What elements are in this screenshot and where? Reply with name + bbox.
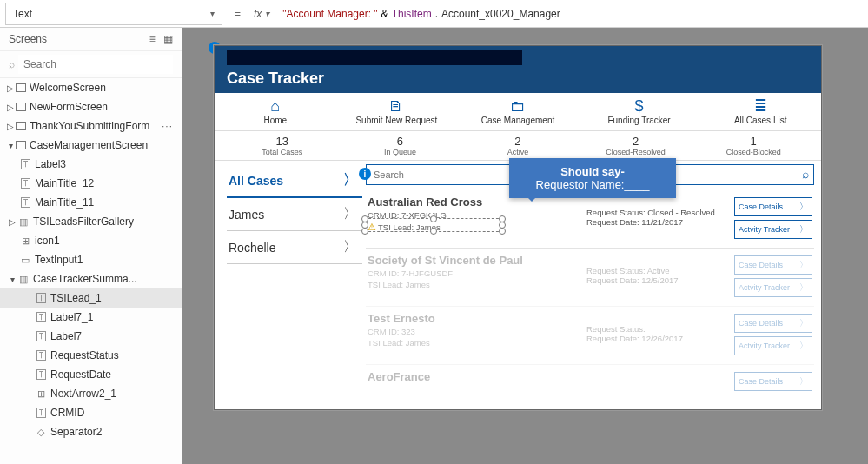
tree-item-maintitle12[interactable]: 🅃MainTitle_12 <box>0 174 182 193</box>
tree-item-nextarrow[interactable]: ⊞NextArrow2_1 <box>0 384 182 403</box>
tree-label: WelcomeScreen <box>30 82 106 94</box>
tree-item-maintitle11[interactable]: 🅃MainTitle_11 <box>0 193 182 212</box>
activity-tracker-button[interactable]: Actvity Tracker〉 <box>734 278 812 297</box>
tree-item-label3[interactable]: 🅃Label3 <box>0 155 182 174</box>
activity-tracker-button[interactable]: Actvity Tracker〉 <box>734 336 812 355</box>
formula-bar[interactable]: "Account Manager: " & ThisItem.Account_x… <box>275 3 868 25</box>
stat-number: 13 <box>223 135 341 148</box>
btn-label: Case Details <box>739 319 783 328</box>
tree-list[interactable]: ▷WelcomeScreen ▷NewFormScreen ▷ThankYouS… <box>0 78 182 464</box>
case-status: Request Status: Active <box>586 266 734 275</box>
case-details-button[interactable]: Case Details〉 <box>734 255 812 275</box>
tree-label: Label7 <box>50 330 82 342</box>
tree-label: Separator2 <box>50 426 102 438</box>
tree-label: TextInput1 <box>35 254 83 266</box>
tree-item-casemgmt[interactable]: ▾CaseManagementScreen <box>0 136 182 155</box>
stat-total[interactable]: 13Total Cases <box>223 135 341 156</box>
tree-item-tsileadsfilter[interactable]: ▷▥TSILeadsFilterGallery <box>0 212 182 231</box>
new-file-icon: 🗎 <box>336 98 458 114</box>
tree-item-crmid[interactable]: 🅃CRMID <box>0 403 182 422</box>
fx-text: fx <box>254 8 262 20</box>
btn-label: Actvity Tracker <box>739 225 790 234</box>
filter-rochelle[interactable]: Rochelle〉 <box>227 231 362 264</box>
tree-item-casetrackersumma[interactable]: ▾▥CaseTrackerSumma... <box>0 269 182 288</box>
nav-label: All Cases List <box>699 116 821 125</box>
tree-item-textinput1[interactable]: ▭TextInput1 <box>0 250 182 269</box>
tree-label: ThankYouSubmittingForm <box>30 120 149 132</box>
search-icon: ⌕ <box>9 58 15 70</box>
nav-allcases[interactable]: ≣All Cases List <box>699 93 821 130</box>
case-details-button[interactable]: Case Details〉 <box>734 314 812 333</box>
nav-funding[interactable]: $Funding Tracker <box>579 93 700 130</box>
tree-list-icon[interactable]: ≡ <box>149 33 156 45</box>
filter-allcases[interactable]: All Cases〉 <box>227 164 362 198</box>
stat-resolved[interactable]: 2Closed-Resolved <box>577 135 695 156</box>
case-card[interactable]: AeroFrance Case Details〉 <box>366 365 814 400</box>
list-icon: ≣ <box>699 98 821 114</box>
activity-tracker-button[interactable]: Actvity Tracker〉 <box>734 220 812 239</box>
formula-amp-token: & <box>378 8 392 20</box>
search-icon[interactable]: ⌕ <box>802 167 809 181</box>
tree-grid-icon[interactable]: ▦ <box>163 33 173 45</box>
case-card[interactable]: Australian Red Cross CRM ID: 7-XFGKJLG ⚠… <box>366 190 814 249</box>
stat-blocked[interactable]: 1Closed-Blocked <box>694 135 812 156</box>
tree-item-newform[interactable]: ▷NewFormScreen <box>0 97 182 116</box>
case-details-button[interactable]: Case Details〉 <box>734 372 812 391</box>
chevron-right-icon: 〉 <box>799 340 808 352</box>
label-icon: 🅃 <box>35 312 47 322</box>
chevron-right-icon: 〉 <box>799 317 808 329</box>
tree-item-label7-1[interactable]: 🅃Label7_1 <box>0 308 182 327</box>
tree-item-tsilead1[interactable]: 🅃TSILead_1 <box>0 288 182 308</box>
tree-item-icon1[interactable]: ⊞icon1 <box>0 231 182 250</box>
textinput-icon: ▭ <box>19 255 31 266</box>
chevron-right-icon: 〉 <box>799 223 808 235</box>
nav-home[interactable]: ⌂Home <box>215 93 336 130</box>
more-icon[interactable]: ··· <box>162 120 178 132</box>
nav-submit[interactable]: 🗎Submit New Request <box>336 93 458 130</box>
screen-icon <box>16 103 26 111</box>
tree-search-input[interactable] <box>18 55 173 74</box>
stat-number: 6 <box>341 135 460 148</box>
tree-item-requeststatus[interactable]: 🅃RequestStatus <box>0 346 182 365</box>
label-icon: 🅃 <box>19 178 31 189</box>
stat-number: 2 <box>577 135 695 148</box>
icon-icon: ⊞ <box>35 388 47 400</box>
tree-label: Label3 <box>35 158 66 170</box>
nav-label: Funding Tracker <box>579 116 700 125</box>
tree-item-separator2[interactable]: ◇Separator2 <box>0 422 182 441</box>
tree-item-welcome[interactable]: ▷WelcomeScreen <box>0 78 182 97</box>
case-card[interactable]: Test Ernesto CRM ID: 323 TSI Lead: James… <box>366 307 814 365</box>
tree-item-thankyou[interactable]: ▷ThankYouSubmittingForm··· <box>0 116 182 136</box>
stat-queue[interactable]: 6In Queue <box>341 135 460 156</box>
case-details-button[interactable]: Case Details〉 <box>734 197 812 216</box>
tree-label: Label7_1 <box>50 311 93 323</box>
label-icon: 🅃 <box>35 369 47 380</box>
tree-search[interactable]: ⌕ <box>0 51 182 78</box>
case-title: AeroFrance <box>368 370 586 383</box>
case-card[interactable]: Society of St Vincent de Paul CRM ID: 7-… <box>366 249 814 307</box>
app-title: Case Tracker <box>227 70 324 88</box>
stat-label: Total Cases <box>223 148 341 156</box>
chevron-right-icon: 〉 <box>799 259 808 271</box>
case-title: Test Ernesto <box>368 312 586 325</box>
filter-label: All Cases <box>229 174 283 188</box>
filter-james[interactable]: James〉 <box>227 198 362 231</box>
filter-list: All Cases〉 James〉 Rochelle〉 <box>215 161 362 408</box>
gallery-icon: ▥ <box>17 274 30 285</box>
stat-label: Closed-Resolved <box>577 148 695 156</box>
case-title: Society of St Vincent de Paul <box>368 254 586 267</box>
property-dropdown[interactable]: Text ▾ <box>5 3 222 25</box>
tree-label: CaseManagementScreen <box>30 139 148 151</box>
nav-casemgmt[interactable]: 🗀Case Management <box>457 93 579 130</box>
fx-label[interactable]: fx ▾ <box>248 3 275 25</box>
equals-label: = <box>228 8 248 20</box>
screen-icon <box>16 83 26 92</box>
stat-label: Active <box>459 148 577 156</box>
tree-item-label7[interactable]: 🅃Label7 <box>0 327 182 346</box>
chevron-right-icon: 〉 <box>343 171 357 189</box>
stat-number: 2 <box>459 135 577 148</box>
tree-item-requestdate[interactable]: 🅃RequestDate <box>0 365 182 384</box>
warning-icon: ⚠ <box>368 222 376 232</box>
info-badge-icon[interactable]: i <box>359 168 371 180</box>
stat-active[interactable]: 2Active <box>459 135 577 156</box>
